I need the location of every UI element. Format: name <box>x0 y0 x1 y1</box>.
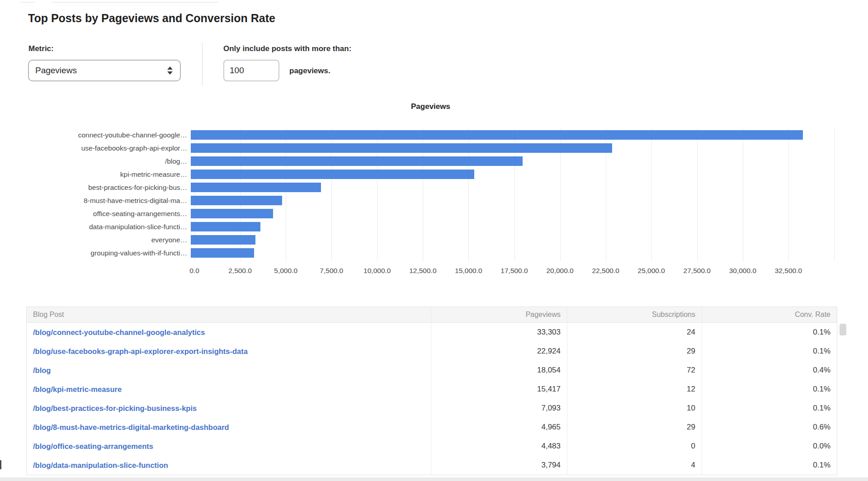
metric-label: Metric: <box>28 44 54 53</box>
chart-bar <box>191 248 254 258</box>
metric-select[interactable]: Pageviews <box>28 60 181 81</box>
chart-bar-track <box>191 181 834 194</box>
chart-title: Pageviews <box>27 102 834 111</box>
chart-row: everyone… <box>27 233 834 246</box>
posts-table: Blog PostPageviewsSubscriptionsConv. Rat… <box>26 307 837 475</box>
pageviews-value: 4,483 <box>431 437 567 456</box>
blog-post-link[interactable]: /blog/8-must-have-metrics-digital-market… <box>27 418 431 437</box>
pageviews-value: 33,303 <box>431 323 567 342</box>
table-column-header: Subscriptions <box>567 307 702 322</box>
chart-row: /blog… <box>27 155 834 168</box>
chart-row: grouping-values-with-if-functi… <box>27 246 834 259</box>
chart-bar-track <box>191 141 834 155</box>
x-axis-tick-label: 17,500.0 <box>500 267 528 275</box>
pageviews-value: 4,965 <box>431 418 567 437</box>
top-edge-artifact <box>52 2 218 3</box>
chart-row: kpi-metric-measure… <box>27 168 834 181</box>
x-axis-tick-label: 15,000.0 <box>455 267 482 275</box>
chart-bar-track <box>191 168 834 181</box>
chart-row: connect-youtube-channel-google… <box>27 128 834 141</box>
table-scrollbar-thumb[interactable] <box>840 324 846 335</box>
filter-suffix-label: pageviews. <box>289 66 330 75</box>
conv-rate-value: 0.1% <box>702 323 837 342</box>
blog-post-link[interactable]: /blog/office-seating-arrangements <box>27 437 431 456</box>
chart-bar <box>191 196 282 205</box>
pageviews-value: 22,924 <box>431 342 567 361</box>
pageviews-value: 15,417 <box>431 380 567 399</box>
conv-rate-value: 0.6% <box>702 418 837 437</box>
chart-category-label: connect-youtube-channel-google… <box>27 128 191 141</box>
x-axis-tick-label: 0.0 <box>189 267 199 275</box>
x-axis-tick-label: 10,000.0 <box>363 267 391 275</box>
chart-row: use-facebooks-graph-api-explor… <box>27 141 834 155</box>
x-axis-tick-label: 7,500.0 <box>320 267 343 275</box>
chart-category-label: kpi-metric-measure… <box>27 168 191 181</box>
x-axis-tick-label: 12,500.0 <box>409 267 436 275</box>
chart-bar <box>191 183 321 192</box>
conv-rate-value: 0.1% <box>702 399 837 418</box>
controls-divider <box>202 42 203 86</box>
chart-category-label: 8-must-have-metrics-digital-ma… <box>27 194 191 207</box>
gridline <box>834 128 835 261</box>
chart-bar-track <box>191 233 834 246</box>
chart-bar-track <box>191 155 834 168</box>
table-row: /blog/kpi-metric-measure15,417120.1% <box>27 380 837 399</box>
chart-bar <box>191 209 273 218</box>
conv-rate-value: 0.0% <box>702 437 837 456</box>
chart-bar <box>191 235 255 245</box>
blog-post-link[interactable]: /blog/connect-youtube-channel-google-ana… <box>27 323 431 342</box>
blog-post-link[interactable]: /blog/kpi-metric-measure <box>27 380 431 399</box>
chart-category-label: /blog… <box>27 155 191 168</box>
chart-bar <box>191 170 474 179</box>
bottom-edge-artifact <box>0 477 868 481</box>
conv-rate-value: 0.1% <box>702 342 837 361</box>
table-row: /blog/data-manipulation-slice-function3,… <box>27 456 837 475</box>
chart-row: office-seating-arrangements… <box>27 207 834 220</box>
x-axis-tick-label: 20,000.0 <box>546 267 573 275</box>
table-row: /blog/office-seating-arrangements4,48300… <box>27 437 837 456</box>
chart-category-label: best-practices-for-picking-bus… <box>27 181 191 194</box>
table-column-header: Blog Post <box>27 307 431 322</box>
subscriptions-value: 0 <box>567 437 702 456</box>
subscriptions-value: 12 <box>567 380 702 399</box>
table-row: /blog/connect-youtube-channel-google-ana… <box>27 323 837 342</box>
min-pageviews-input[interactable] <box>223 60 279 81</box>
conv-rate-value: 0.4% <box>702 361 837 380</box>
x-axis-tick-label: 2,500.0 <box>228 267 252 275</box>
filter-label: Only include posts with more than: <box>223 44 351 53</box>
chart-bar <box>191 130 803 140</box>
table-column-header: Conv. Rate <box>702 307 837 322</box>
subscriptions-value: 72 <box>567 361 702 380</box>
x-axis-tick-label: 22,500.0 <box>592 267 619 275</box>
blog-post-link[interactable]: /blog <box>27 361 431 380</box>
left-edge-artifact <box>0 460 1 469</box>
blog-post-link[interactable]: /blog/data-manipulation-slice-function <box>27 456 431 475</box>
chart-bar-track <box>191 194 834 207</box>
chart-x-axis: 0.02,500.05,000.07,500.010,000.012,500.0… <box>194 267 834 277</box>
metric-select-value: Pageviews <box>35 66 77 75</box>
chart-bar <box>191 222 260 231</box>
chart-row: best-practices-for-picking-bus… <box>27 181 834 194</box>
dashboard-screen: Top Posts by Pageviews and Conversion Ra… <box>0 0 868 481</box>
chart-category-label: everyone… <box>27 233 191 246</box>
chart-bar-track <box>191 207 834 220</box>
x-axis-tick-label: 25,000.0 <box>638 267 665 275</box>
subscriptions-value: 10 <box>567 399 702 418</box>
table-row: /blog/use-facebooks-graph-api-explorer-e… <box>27 342 837 361</box>
pageviews-value: 3,794 <box>431 456 567 475</box>
conv-rate-value: 0.1% <box>702 456 837 475</box>
pageviews-value: 18,054 <box>431 361 567 380</box>
x-axis-tick-label: 5,000.0 <box>274 267 297 275</box>
chart-row: data-manipulation-slice-functi… <box>27 220 834 233</box>
chart-category-label: grouping-values-with-if-functi… <box>27 246 191 259</box>
chart-row: 8-must-have-metrics-digital-ma… <box>27 194 834 207</box>
pageviews-bar-chart: Pageviews connect-youtube-channel-google… <box>27 102 834 283</box>
blog-post-link[interactable]: /blog/use-facebooks-graph-api-explorer-e… <box>27 342 431 361</box>
chart-bar <box>191 156 523 166</box>
blog-post-link[interactable]: /blog/best-practices-for-picking-busines… <box>27 399 431 418</box>
chart-bar-track <box>191 128 834 141</box>
pageviews-value: 7,093 <box>431 399 567 418</box>
table-column-header: Pageviews <box>431 307 567 322</box>
chart-rows: connect-youtube-channel-google…use-faceb… <box>27 128 834 259</box>
subscriptions-value: 24 <box>567 323 702 342</box>
